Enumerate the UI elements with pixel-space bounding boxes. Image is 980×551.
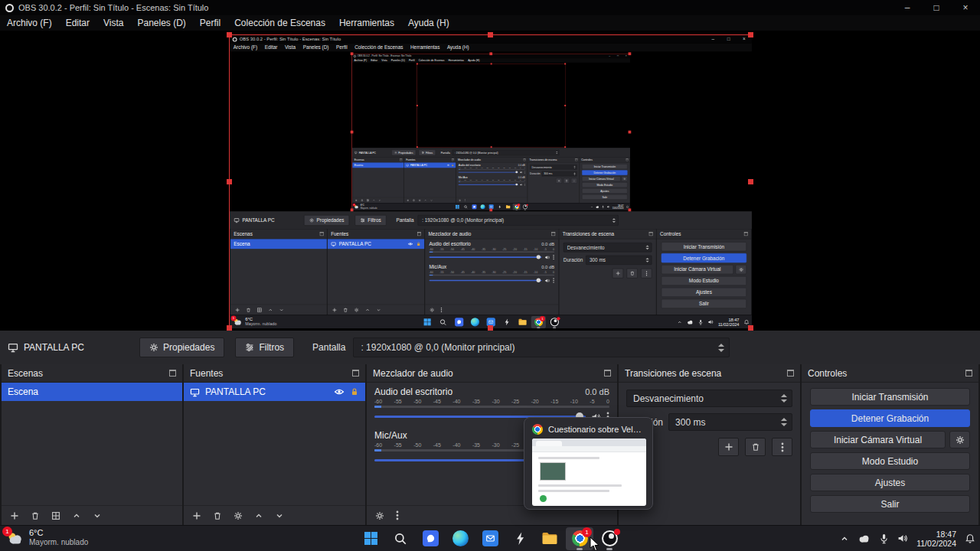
transition-menu-button[interactable] (772, 438, 792, 456)
mixer-dock-titlebar: Mezclador de audio (425, 230, 558, 240)
onedrive-cloud-icon (596, 205, 599, 208)
dock-popout-icon[interactable] (787, 370, 794, 377)
start-streaming-button[interactable]: Iniciar Transmisión (810, 388, 970, 406)
scene-grid-mode-icon[interactable] (51, 511, 60, 520)
meter-scale: -60-55-50-45-40-35-30-25-20-15-10-50 (374, 399, 609, 404)
source-properties-icon[interactable] (234, 511, 243, 520)
dock-popout-icon[interactable] (965, 370, 972, 377)
sources-dock-titlebar: Fuentes (328, 230, 424, 240)
menu-item-vista[interactable]: Vista (96, 15, 130, 31)
search-button[interactable] (387, 527, 414, 550)
preview-canvas: OBS 30.0.2 - Perfil: Sin Título - Escena… (230, 51, 752, 211)
filters-button[interactable]: Filtros (235, 337, 294, 357)
dock-popout-icon[interactable] (352, 370, 359, 377)
screen-capture-source[interactable]: OBS 30.0.2 - Perfil: Sin Título - Escena… (229, 34, 751, 328)
mic-tray-icon[interactable] (879, 533, 889, 544)
mixer-menu-icon[interactable] (396, 510, 399, 520)
add-scene-icon[interactable] (10, 511, 19, 520)
move-source-up-icon[interactable] (254, 511, 263, 520)
selection-handle-nw (351, 52, 354, 55)
add-source-icon[interactable] (192, 511, 201, 520)
properties-button[interactable]: Propiedades (139, 337, 224, 357)
move-scene-up-icon[interactable] (72, 511, 81, 520)
taskbar-center-icons: 1 (0, 526, 980, 551)
settings-button[interactable]: Ajustes (810, 474, 970, 491)
dock-popout-icon[interactable] (604, 370, 611, 377)
close-button[interactable]: × (951, 0, 980, 15)
screen-select-dropdown[interactable]: : 1920x1080 @ 0,0 (Monitor principal) (353, 337, 730, 357)
chrome-window-thumbnail[interactable] (532, 439, 646, 506)
notification-bell-icon[interactable] (965, 533, 975, 544)
start-virtual-camera-button[interactable]: Iniciar Cámara Virtual (810, 431, 946, 448)
bolt-app-button (495, 204, 503, 210)
menu-item-editar[interactable]: Editar (59, 15, 96, 31)
menu-item-coleccion-escenas: Colección de Escenas (416, 58, 446, 63)
channel-name: Audio del escritorio (459, 164, 481, 167)
selection-handle-nw[interactable] (227, 32, 232, 37)
scene-list-item[interactable]: Escena (2, 383, 182, 401)
duration-spinner[interactable]: 300 ms (668, 413, 792, 431)
edge-button[interactable] (446, 527, 474, 550)
tick: -40 (471, 248, 475, 251)
edge-icon (480, 204, 485, 209)
transitions-dock-titlebar: Transiciones de escena (619, 364, 800, 383)
remove-source-icon[interactable] (213, 511, 222, 520)
menu-item-herramientas[interactable]: Herramientas (332, 15, 401, 31)
mixer-body: Audio del escritorio 0.0 dB -60-55-50-45… (456, 162, 528, 203)
bolt-app-button[interactable] (506, 527, 534, 550)
obs-logo-icon (354, 55, 356, 57)
move-source-down-icon[interactable] (275, 511, 284, 520)
clock-widget[interactable]: 18:47 11/02/2024 (916, 530, 956, 548)
bolt-app-button (499, 316, 514, 328)
properties-button: Propiedades (392, 150, 416, 155)
preview-canvas[interactable]: OBS 30.0.2 - Perfil: Sin Título - Escena… (0, 31, 980, 331)
exit-button[interactable]: Salir (810, 495, 970, 513)
channel-menu-icon (524, 171, 525, 174)
selection-handle-n[interactable] (488, 32, 493, 37)
studio-mode-button[interactable]: Modo Estudio (810, 452, 970, 470)
menu-item-ayuda[interactable]: Ayuda (H) (401, 15, 456, 31)
volume-tray-icon[interactable] (897, 533, 908, 543)
advanced-audio-icon[interactable] (375, 511, 384, 520)
selection-handle-sw[interactable] (227, 325, 232, 331)
menu-item-perfil[interactable]: Perfil (193, 15, 227, 31)
maximize-button[interactable]: □ (922, 0, 951, 15)
source-list-item[interactable]: PANTALLA PC (184, 383, 365, 401)
channel-menu-icon (524, 183, 525, 186)
windows-logo-icon (423, 318, 430, 325)
menu-item-paneles[interactable]: Paneles (D) (131, 15, 193, 31)
add-transition-button[interactable] (718, 438, 739, 456)
system-tray: 18:47 11/02/2024 (678, 315, 750, 329)
selection-handle-s[interactable] (488, 325, 493, 331)
lock-icon[interactable] (350, 387, 359, 396)
mail-app-button[interactable] (476, 527, 504, 550)
tray-chevron-up-icon[interactable] (840, 534, 849, 543)
transition-select[interactable]: Desvanecimiento (626, 390, 792, 407)
file-explorer-button[interactable] (536, 527, 564, 550)
scene-name: Escena (354, 164, 363, 167)
minimize-button[interactable]: – (893, 0, 922, 15)
chat-app-button[interactable] (416, 527, 444, 550)
selection-handle-ne[interactable] (748, 32, 753, 37)
menu-item-coleccion-escenas[interactable]: Colección de Escenas (227, 15, 332, 31)
thumbnail-content (532, 452, 646, 506)
tick: 0 (553, 271, 554, 274)
tick: -35 (472, 399, 480, 404)
selection-handle-e[interactable] (748, 179, 753, 184)
dock-popout-icon[interactable] (169, 370, 176, 377)
selection-handle-se[interactable] (748, 325, 753, 331)
chrome-badge: 1 (518, 204, 521, 207)
remove-transition-button[interactable] (745, 438, 766, 456)
visibility-eye-icon[interactable] (334, 387, 345, 396)
filter-icon (422, 152, 424, 154)
onedrive-cloud-icon[interactable] (858, 533, 871, 543)
screen-capture-source: OBS 30.0.2 - Perfil: Sin Título - Escena… (351, 54, 629, 210)
transition-select: Desvanecimiento (530, 165, 577, 170)
start-button[interactable] (357, 527, 384, 550)
menu-item-archivo[interactable]: Archivo (F) (0, 15, 59, 31)
move-scene-down-icon[interactable] (93, 511, 102, 520)
remove-scene-icon[interactable] (31, 511, 40, 520)
selection-handle-w[interactable] (227, 179, 232, 184)
stop-recording-button[interactable]: Detener Grabación (810, 409, 970, 427)
virtual-camera-settings-button[interactable] (949, 431, 970, 448)
